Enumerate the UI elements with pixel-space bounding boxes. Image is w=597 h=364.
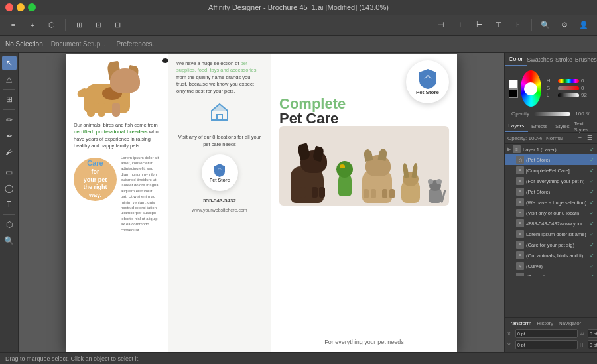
crop-tool[interactable]: ⊞ [2,92,17,107]
hue-value: 0 [581,78,590,84]
align-btn1[interactable]: ⊣ [432,18,450,32]
layer-item[interactable]: ▶≡Layer 1 (Layer)✓ [505,144,597,154]
tab-styles[interactable]: Styles [551,121,574,132]
x-input[interactable] [515,329,578,338]
layer-thumbnail: ⬡ [516,156,524,164]
ellipse-tool[interactable]: ◯ [2,181,17,196]
layer-visibility-check[interactable]: ✓ [590,274,594,277]
layer-visibility-check[interactable]: ✓ [590,253,594,259]
w-label: W [580,332,586,336]
shape-tool[interactable]: ▭ [2,165,17,180]
titlebar: Affinity Designer - Brochure 45_1.ai [Mo… [0,0,597,15]
minimize-button[interactable] [17,3,25,11]
tab-effects[interactable]: Effects [528,121,551,132]
layer-visibility-check[interactable]: ✓ [590,242,594,248]
sep1 [65,19,66,31]
layer-item[interactable]: ALorem ipsum dolor sit ame)✓ [505,229,597,239]
add-layer-btn[interactable]: + [576,134,584,142]
align-btn2[interactable]: ⊥ [451,18,470,32]
layer-item[interactable]: A(We have a huge selection)✓ [505,197,597,208]
layer-visibility-check[interactable]: ✓ [590,147,594,152]
menu-btn[interactable]: ≡ [4,18,23,32]
sat-track[interactable] [558,86,579,90]
align-btn4[interactable]: ⊤ [490,18,508,32]
tab-layers[interactable]: Layers [505,121,528,132]
tab-color[interactable]: Color [505,53,527,66]
layer-options-btn[interactable]: ☰ [585,134,594,142]
share-btn[interactable]: ⬡ [42,18,61,32]
y-input[interactable] [515,340,578,349]
layer-visibility-check[interactable]: ✓ [590,200,594,206]
layer-name-label: (Curves) [526,274,588,277]
h-input[interactable] [588,340,597,349]
text-tool[interactable]: T [2,197,17,212]
animal-description: Our animals, birds and fish come from ce… [74,122,160,150]
animals-image [279,126,449,206]
transform-tab[interactable]: Transform [507,320,531,326]
user-btn[interactable]: 👤 [574,18,593,32]
brochure-panel-left: Our animals, birds and fish come from ce… [66,54,168,352]
search-btn[interactable]: 🔍 [536,18,555,32]
layer-item[interactable]: A(Pet Store)✓ [505,186,597,197]
layer-visibility-check[interactable]: ✓ [590,189,594,195]
pencil-tool[interactable]: ✒ [2,129,17,143]
hue-track[interactable] [558,79,579,83]
layer-item[interactable]: A#888-543-5432/www.yourwebs)✓ [505,218,597,229]
preferences-btn[interactable]: Preferences... [114,40,161,48]
w-input[interactable] [588,329,597,338]
tab-text-styles[interactable]: Text Styles [574,121,597,132]
tab-swatches[interactable]: Swatches [527,53,553,66]
fill-tool[interactable]: ⬡ [2,217,17,232]
visit-text: Visit any of our 8 locations for all you… [176,134,263,148]
layer-visibility-check[interactable]: ✓ [590,221,594,227]
layer-item[interactable]: A(Care for your pet sig)✓ [505,239,597,250]
color-sliders: H 0 S 0 L 92 [544,78,593,99]
layer-item[interactable]: ∿(Curve)✓ [505,261,597,271]
layer-visibility-check[interactable]: ✓ [590,178,594,184]
node-tool[interactable]: △ [2,72,17,86]
pen-tool[interactable]: ✏ [2,113,17,127]
layer-visibility-check[interactable]: ✓ [590,263,594,269]
navigator-tab[interactable]: Navigator [559,320,581,326]
layer-item[interactable]: A(Our animals, birds and fi)✓ [505,250,597,261]
color-wheel[interactable] [521,70,541,107]
canvas-area[interactable]: Our animals, birds and fish come from ce… [19,53,504,352]
view-btn2[interactable]: ⊡ [89,18,107,32]
opacity-track[interactable] [534,112,570,116]
main-toolbar: ≡ + ⬡ ⊞ ⊡ ⊟ ⊣ ⊥ ⊢ ⊤ ⊦ 🔍 ⚙ 👤 [0,15,597,36]
layer-visibility-check[interactable]: ✓ [590,168,594,174]
layer-visibility-check[interactable]: ✓ [590,210,594,216]
y-label: Y [507,343,514,347]
zoom-tool[interactable]: 🔍 [2,233,17,248]
history-tab[interactable]: History [537,320,553,326]
light-track[interactable] [558,93,579,97]
document-setup-btn[interactable]: Document Setup... [48,40,109,48]
layer-name-label: (Our animals, birds and fi) [526,253,588,259]
tab-stroke[interactable]: Stroke [553,53,574,66]
brush-tool[interactable]: 🖌 [2,145,17,159]
lorem-text: Lorem ipsum dolor sit amet, consectetur … [121,155,160,233]
add-btn[interactable]: + [23,18,42,32]
select-tool[interactable]: ↖ [2,56,17,70]
care-line5: way. [89,192,101,198]
layer-visibility-check[interactable]: ✓ [590,157,594,163]
view-btn3[interactable]: ⊟ [108,18,127,32]
align-btn3[interactable]: ⊢ [470,18,489,32]
settings-btn[interactable]: ⚙ [555,18,574,32]
layer-item[interactable]: ∿(Curves)✓ [505,271,597,276]
align-btn5[interactable]: ⊦ [509,18,527,32]
layer-visibility-check[interactable]: ✓ [590,231,594,237]
layer-item[interactable]: A(Visit any of our 8 locati)✓ [505,208,597,218]
layer-item[interactable]: A(For everything your pet n)✓ [505,176,597,186]
tool-sep3 [3,162,15,162]
window-controls[interactable] [5,3,36,11]
tab-brushes[interactable]: Brushes [575,53,597,66]
opacity-row: Opacity 100 % [509,111,593,117]
close-button[interactable] [5,3,13,11]
layer-item[interactable]: A[CompletePet Care]✓ [505,165,597,176]
layer-name-label: (Pet Store) [526,189,588,195]
layer-item[interactable]: ⬡(Pet Store)✓ [505,154,597,165]
layer-expand-icon[interactable]: ▶ [507,147,511,152]
maximize-button[interactable] [28,3,36,11]
view-btn1[interactable]: ⊞ [70,18,88,32]
